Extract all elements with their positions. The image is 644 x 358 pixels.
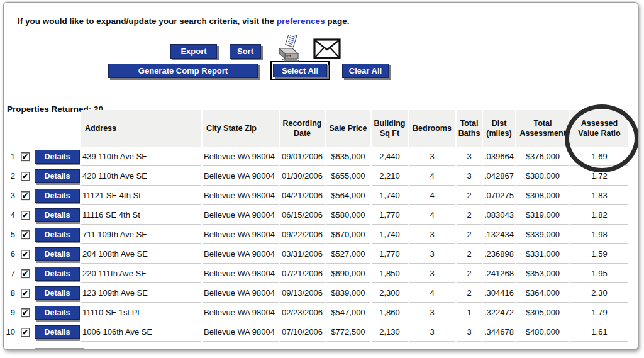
cell-sale-price: $580,000 xyxy=(326,205,370,225)
col-header-building-sq-ft: Building Sq Ft xyxy=(372,110,408,147)
cell-city-state-zip: Bellevue WA 98004 xyxy=(203,186,279,205)
clear-all-button[interactable]: Clear All xyxy=(342,64,389,78)
row-checkbox[interactable]: ✔ xyxy=(21,172,30,181)
cell-address: 1006 106th Ave SE xyxy=(81,322,201,342)
cell-total-assessment: $380,000 xyxy=(516,166,569,186)
printer-icon[interactable] xyxy=(273,35,302,65)
cell-building-sq-ft: 1,850 xyxy=(372,264,408,283)
cell-address: 11121 SE 4th St xyxy=(81,186,201,205)
cell-bedrooms: 3 xyxy=(409,303,455,322)
cell-dist-miles: .070275 xyxy=(483,186,515,205)
details-button[interactable]: Details xyxy=(35,247,80,261)
col-header-assessed-value-ratio: Assessed Value Ratio xyxy=(570,110,628,147)
cell-city-state-zip: Bellevue WA 98004 xyxy=(203,283,279,303)
cell-address: 439 110th Ave SE xyxy=(81,147,201,166)
table-row: 5✔Details711 109th Ave SEBellevue WA 980… xyxy=(5,225,628,244)
details-cell: Details xyxy=(33,225,80,244)
export-button[interactable]: Export xyxy=(170,44,217,59)
details-button[interactable]: Details xyxy=(35,325,80,339)
details-cell: Details xyxy=(33,205,80,225)
cell-total-assessment: $480,000 xyxy=(516,322,569,342)
row-checkbox[interactable]: ✔ xyxy=(21,308,30,317)
cell-sale-price: $564,000 xyxy=(326,186,370,205)
notice-text-before: If you would like to expand/update your … xyxy=(18,16,277,26)
row-checkbox[interactable]: ✔ xyxy=(21,250,30,259)
cell-address: 420 110th Ave SE xyxy=(81,166,201,186)
col-header-address: Address xyxy=(81,110,201,147)
cell-recording-date: 03/31/2006 xyxy=(280,244,325,264)
details-button[interactable]: Details xyxy=(35,169,80,183)
col-header-row-number xyxy=(5,110,18,147)
cell-total-assessment: $308,000 xyxy=(516,186,569,205)
row-number: 6 xyxy=(5,244,18,264)
cell-bedrooms: 3 xyxy=(409,264,455,283)
row-checkbox[interactable]: ✔ xyxy=(21,328,30,337)
select-all-button[interactable]: Select All xyxy=(273,64,327,77)
row-checkbox-cell: ✔ xyxy=(19,186,31,205)
row-checkbox-cell: ✔ xyxy=(19,166,31,186)
col-header-bedrooms: Bedrooms xyxy=(409,110,455,147)
envelope-icon[interactable] xyxy=(313,38,341,62)
row-checkbox[interactable]: ✔ xyxy=(21,211,30,220)
details-button[interactable]: Details xyxy=(35,150,80,164)
cell-address: 204 108th Ave SE xyxy=(81,244,201,264)
table-row: 2✔Details420 110th Ave SEBellevue WA 980… xyxy=(5,166,628,186)
cell-assessed-value-ratio: 1.83 xyxy=(570,186,628,205)
details-button[interactable]: Details xyxy=(35,286,80,300)
cell-address: 220 111th Ave SE xyxy=(81,264,201,283)
row-checkbox-cell: ✔ xyxy=(19,264,31,283)
details-cell: Details xyxy=(33,147,80,166)
cell-assessed-value-ratio: 1.61 xyxy=(570,322,628,342)
cell-recording-date: 09/01/2006 xyxy=(280,147,325,166)
cell-total-assessment: $353,000 xyxy=(516,264,569,283)
details-button[interactable]: Details xyxy=(35,189,80,203)
row-number: 5 xyxy=(5,225,18,244)
details-button[interactable]: Details xyxy=(35,208,80,222)
col-header-total-assessment: Total Assessment xyxy=(516,110,569,147)
preferences-link[interactable]: preferences xyxy=(277,16,325,26)
cell-building-sq-ft: 2,440 xyxy=(372,147,408,166)
cell-total-assessment: $364,000 xyxy=(516,283,569,303)
row-checkbox[interactable]: ✔ xyxy=(21,289,30,298)
details-button[interactable]: Details xyxy=(35,306,80,320)
col-header-recording-date: Recording Date xyxy=(280,110,325,147)
cell-city-state-zip: Bellevue WA 98004 xyxy=(203,322,279,342)
cell-dist-miles: .344678 xyxy=(483,322,515,342)
cell-address: 11116 SE 4th St xyxy=(81,205,201,225)
cell-total-baths: 2 xyxy=(457,186,482,205)
sort-button[interactable]: Sort xyxy=(230,44,261,59)
cell-sale-price: $690,000 xyxy=(326,264,370,283)
row-checkbox-cell: ✔ xyxy=(19,283,31,303)
row-checkbox[interactable]: ✔ xyxy=(21,230,30,239)
cell-building-sq-ft: 1,740 xyxy=(372,186,408,205)
table-header-row: Address City State Zip Recording Date Sa… xyxy=(5,110,628,147)
row-checkbox[interactable]: ✔ xyxy=(21,191,30,200)
cell-recording-date: 07/21/2006 xyxy=(280,264,325,283)
cell-address: 123 109th Ave SE xyxy=(81,283,201,303)
cell-recording-date: 01/30/2006 xyxy=(280,166,325,186)
cell-total-baths: 3 xyxy=(457,322,482,342)
row-number: 10 xyxy=(5,322,18,342)
cell-dist-miles: .083043 xyxy=(483,205,515,225)
generate-comp-report-button[interactable]: Generate Comp Report xyxy=(108,64,258,78)
details-cell: Details xyxy=(33,322,80,342)
cell-address: 711 109th Ave SE xyxy=(81,225,201,244)
row-checkbox-cell: ✔ xyxy=(19,205,31,225)
cell-total-assessment: $331,000 xyxy=(516,244,569,264)
row-checkbox[interactable]: ✔ xyxy=(21,269,30,278)
cell-building-sq-ft: 1,770 xyxy=(372,244,408,264)
row-number: 7 xyxy=(5,264,18,283)
details-cell: Details xyxy=(33,303,80,322)
cell-assessed-value-ratio: 1.82 xyxy=(570,205,628,225)
cell-total-baths: 3 xyxy=(457,166,482,186)
details-button[interactable]: Details xyxy=(35,267,80,281)
row-checkbox[interactable]: ✔ xyxy=(21,152,30,161)
row-number: 1 xyxy=(5,147,18,166)
cell-dist-miles: .132434 xyxy=(483,225,515,244)
cell-dist-miles: .241268 xyxy=(483,264,515,283)
cell-recording-date: 06/15/2006 xyxy=(280,205,325,225)
details-button[interactable]: Details xyxy=(35,228,80,242)
cell-bedrooms: 4 xyxy=(409,205,455,225)
cell-dist-miles: .304416 xyxy=(483,283,515,303)
cell-sale-price: $655,000 xyxy=(326,166,370,186)
